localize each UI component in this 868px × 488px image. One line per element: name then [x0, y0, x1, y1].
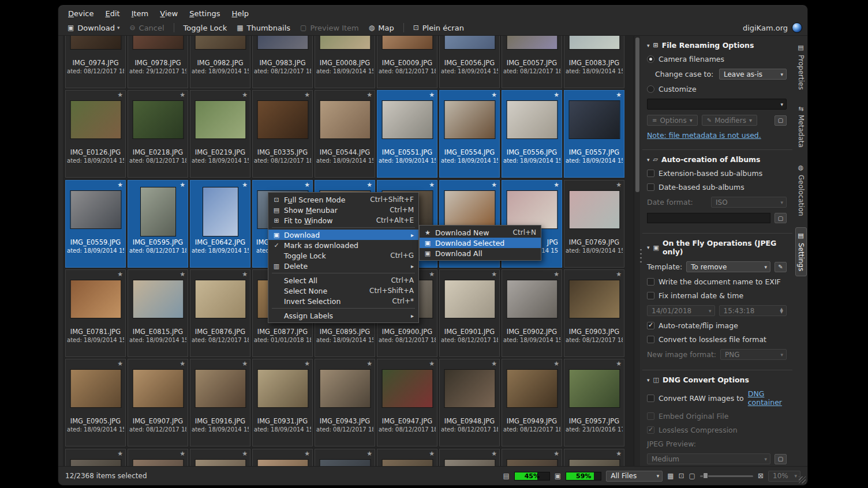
photo-thumbnail[interactable]	[444, 369, 495, 408]
new-format-select[interactable]: PNG ▾	[720, 349, 787, 360]
menu-item-select-all[interactable]: Select AllCtrl+A	[268, 275, 418, 286]
photo-thumbnail[interactable]	[568, 36, 620, 50]
photo-thumbnail[interactable]	[568, 459, 620, 466]
photo-thumbnail[interactable]	[194, 36, 246, 50]
preview-item-button[interactable]: ▢ Preview Item	[296, 22, 363, 34]
photo-thumbnail[interactable]	[194, 100, 246, 139]
convert-raw-checkbox[interactable]	[647, 395, 654, 402]
photo-thumbnail[interactable]	[70, 369, 121, 408]
thumbnail-cell[interactable]: ★IMG_E0218.JPGated: 08/12/2017 18	[128, 90, 188, 178]
embed-original-row[interactable]: Embed Original File	[647, 412, 787, 421]
template-select[interactable]: To remove ▾	[686, 261, 770, 272]
thumbnail-cell[interactable]: ★IMG_E0335.JPGated: 08/12/2017 18	[252, 90, 313, 178]
thumbnail-cell[interactable]: ★IMG_E0901.JPGated: 08/12/2017 18	[439, 269, 500, 357]
thumbnail-cell[interactable]: ★IMG_E0008.JPGated: 18/09/2014 15	[315, 36, 375, 88]
write-exif-checkbox[interactable]	[647, 278, 654, 286]
convert-raw-row[interactable]: Convert RAW images to DNG container	[647, 389, 787, 407]
photo-thumbnail[interactable]	[203, 187, 238, 237]
photo-thumbnail[interactable]	[257, 36, 308, 50]
lossless-compression-row[interactable]: Lossless Compression	[647, 426, 787, 434]
menu-item-toggle-lock[interactable]: Toggle LockCtrl+G	[268, 250, 418, 261]
panel-splitter[interactable]	[640, 249, 642, 264]
photo-thumbnail[interactable]	[70, 459, 121, 466]
metadata-note-link[interactable]: Note: file metadata is not used.	[647, 131, 761, 140]
photo-thumbnail[interactable]	[506, 459, 558, 466]
thumbnail-cell[interactable]: ★	[252, 449, 313, 466]
menubar-item-help[interactable]: Help	[226, 8, 254, 19]
thumbnail-cell[interactable]: ★IMG_0974.JPGated: 08/12/2017 18	[65, 36, 126, 88]
thumbnail-cell[interactable]: ★IMG_E0815.JPGated: 18/09/2014 15	[128, 269, 188, 357]
menubar-item-item[interactable]: Item	[126, 8, 154, 19]
section-header[interactable]: ▾ ◫ DNG Convert Options	[647, 376, 787, 384]
menu-item-download-new[interactable]: ★Download NewCtrl+N	[420, 227, 541, 238]
lossless-compression-checkbox[interactable]	[647, 426, 654, 434]
thumbnail-cell[interactable]: ★IMG_E0876.JPGated: 08/12/2017 18	[190, 269, 250, 357]
photo-thumbnail[interactable]	[132, 100, 184, 139]
photo-thumbnail[interactable]	[132, 280, 184, 318]
thumbnail-cell[interactable]: ★	[315, 449, 375, 466]
photo-thumbnail[interactable]	[194, 459, 246, 466]
dng-container-link[interactable]: DNG container	[748, 389, 787, 407]
photo-thumbnail[interactable]	[506, 369, 558, 408]
resize-grip[interactable]	[799, 476, 806, 483]
photo-thumbnail[interactable]	[568, 100, 620, 139]
thumbnails-button[interactable]: ▦ Thumbnails	[233, 22, 294, 34]
photo-thumbnail[interactable]	[70, 36, 121, 50]
fix-date-checkbox[interactable]	[647, 292, 654, 299]
fix-date-row[interactable]: Fix internal date & time	[647, 291, 787, 300]
thumbnail-cell[interactable]: ★	[128, 449, 188, 466]
thumbnail-cell[interactable]: ★IMG_E0126.JPGated: 18/09/2014 15	[65, 90, 126, 178]
thumbnail-cell[interactable]: ★IMG_0978.JPGated: 29/12/2017 19	[128, 36, 188, 88]
grid-scrollbar[interactable]	[634, 36, 640, 466]
thumbnail-cell[interactable]: ★IMG_E0557.JPGated: 18/09/2014 15	[564, 90, 624, 178]
zoom-fit-icon[interactable]: ⊠	[758, 472, 764, 480]
lossless-convert-checkbox[interactable]	[647, 336, 654, 343]
thumbnail-cell[interactable]: ★IMG_0983.JPGated: 08/12/2017 18	[252, 36, 313, 88]
tooltip-button[interactable]: ▢	[775, 213, 787, 223]
photo-thumbnail[interactable]	[319, 369, 371, 408]
photo-thumbnail[interactable]	[319, 36, 371, 50]
menu-item-mark-as-downloaded[interactable]: ✓Mark as downloaded	[268, 240, 418, 250]
thumbnail-cell[interactable]: ★IMG_E0642.JPGated: 18/09/2014 15	[190, 180, 250, 268]
photo-thumbnail[interactable]	[132, 36, 184, 50]
photo-thumbnail[interactable]	[506, 36, 558, 50]
photo-thumbnail[interactable]	[319, 100, 371, 139]
thumbnail-cell[interactable]: ★IMG_E0931.JPGated: 18/09/2014 15	[252, 359, 313, 446]
cancel-button[interactable]: ⊖ Cancel	[126, 22, 169, 34]
map-button[interactable]: ◍ Map	[365, 22, 398, 34]
menu-item-show-menubar[interactable]: ▤Show MenubarCtrl+M	[268, 205, 418, 215]
extension-subalbums-row[interactable]: Extension-based sub-albums	[647, 169, 787, 178]
menu-item-invert-selection[interactable]: Invert SelectionCtrl+*	[268, 296, 418, 306]
camera-filenames-radio-row[interactable]: Camera filenames	[647, 55, 787, 63]
photo-thumbnail[interactable]	[506, 190, 558, 229]
thumbnail-cell[interactable]: ★	[377, 449, 437, 466]
menu-item-full-screen-mode[interactable]: ⊡Full Screen ModeCtrl+Shift+F	[268, 194, 418, 205]
menu-item-select-none[interactable]: Select NoneCtrl+Shift+A	[268, 286, 418, 296]
photo-thumbnail[interactable]	[444, 36, 495, 50]
photo-thumbnail[interactable]	[381, 36, 433, 50]
fit-window-icon[interactable]: ⊡	[679, 472, 684, 480]
date-subalbums-checkbox[interactable]	[647, 183, 654, 191]
photo-thumbnail[interactable]	[70, 100, 121, 139]
modifiers-button[interactable]: ✎ Modifiers ▾	[702, 115, 757, 126]
thumbnail-cell[interactable]: ★IMG_E0907.JPGated: 08/12/2017 18	[128, 359, 188, 446]
side-tab-metadata[interactable]: ⇵Metadata	[795, 102, 807, 152]
thumbnail-cell[interactable]: ★IMG_E0219.JPGated: 18/09/2014 15	[190, 90, 250, 178]
thumbnail-cell[interactable]: ★IMG_E0949.JPGated: 08/12/2017 18	[502, 359, 562, 446]
zoom-level-select[interactable]: 10% ▾	[768, 471, 800, 482]
menubar-item-device[interactable]: Device	[63, 8, 99, 19]
toggle-lock-button[interactable]: Toggle Lock	[179, 22, 231, 34]
tooltip-button[interactable]: ▢	[775, 115, 787, 126]
photo-thumbnail[interactable]	[194, 280, 246, 318]
thumbnail-cell[interactable]: ★IMG_E0544.JPGated: 18/09/2014 15	[315, 90, 375, 178]
photo-thumbnail[interactable]	[444, 100, 495, 139]
menubar-item-view[interactable]: View	[155, 8, 183, 19]
thumbnail-cell[interactable]: ★IMG_E0957.JPGated: 23/10/2016 17	[564, 359, 624, 446]
photo-thumbnail[interactable]	[140, 187, 176, 237]
date-format-input[interactable]	[647, 213, 770, 223]
photo-thumbnail[interactable]	[381, 459, 433, 466]
thumbnail-cell[interactable]: ★IMG_E0943.JPGated: 08/12/2017 18	[315, 359, 375, 446]
photo-thumbnail[interactable]	[70, 190, 121, 229]
menu-item-delete[interactable]: ▥Delete▸	[268, 261, 418, 271]
photo-thumbnail[interactable]	[506, 280, 558, 318]
